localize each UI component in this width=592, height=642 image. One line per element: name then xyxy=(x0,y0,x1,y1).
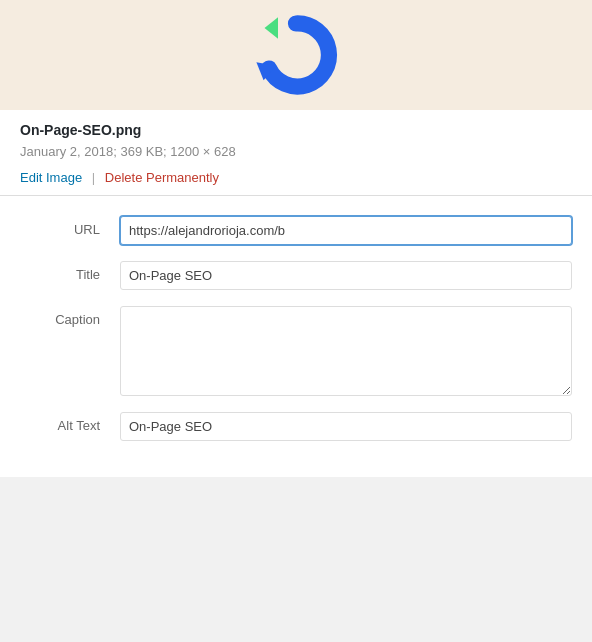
edit-image-link[interactable]: Edit Image xyxy=(20,170,82,185)
file-name: On-Page-SEO.png xyxy=(20,122,572,138)
caption-textarea[interactable] xyxy=(120,306,572,396)
image-preview xyxy=(0,0,592,110)
alt-text-row: Alt Text xyxy=(20,412,572,441)
alt-text-label: Alt Text xyxy=(20,412,120,433)
title-input[interactable] xyxy=(120,261,572,290)
file-actions: Edit Image | Delete Permanently xyxy=(20,170,572,185)
delete-permanently-link[interactable]: Delete Permanently xyxy=(105,170,219,185)
svg-marker-0 xyxy=(265,17,279,39)
title-row: Title xyxy=(20,261,572,290)
form-section: URL Title Caption Alt Text xyxy=(0,196,592,477)
refresh-icon xyxy=(251,10,341,100)
title-label: Title xyxy=(20,261,120,282)
image-preview-inner xyxy=(186,5,406,105)
url-label: URL xyxy=(20,216,120,237)
caption-label: Caption xyxy=(20,306,120,327)
separator: | xyxy=(92,170,95,185)
file-meta: January 2, 2018; 369 KB; 1200 × 628 xyxy=(20,142,572,162)
file-info-section: On-Page-SEO.png January 2, 2018; 369 KB;… xyxy=(0,110,592,196)
media-details-panel: On-Page-SEO.png January 2, 2018; 369 KB;… xyxy=(0,0,592,477)
alt-text-input[interactable] xyxy=(120,412,572,441)
caption-row: Caption xyxy=(20,306,572,396)
url-input[interactable] xyxy=(120,216,572,245)
url-row: URL xyxy=(20,216,572,245)
